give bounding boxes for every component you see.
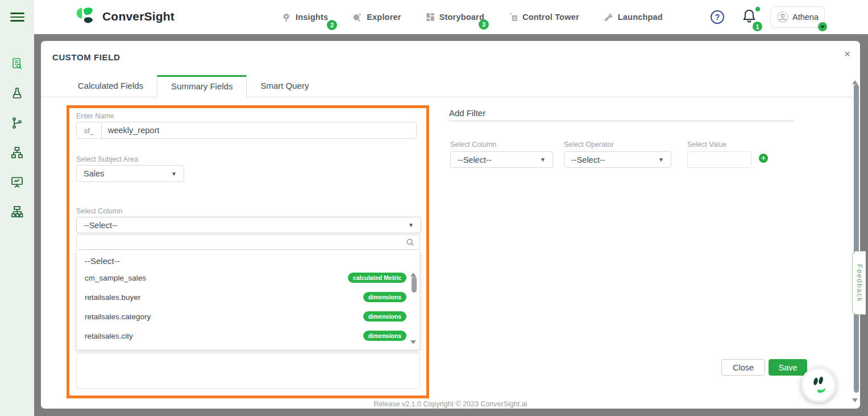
list-scroll-down-icon[interactable]: [410, 340, 416, 347]
option-retailsales-city[interactable]: retailsales.city dimensions: [77, 327, 420, 344]
modal-scrollbar-thumb[interactable]: [854, 84, 859, 393]
nav-label-insights: Insights: [296, 13, 328, 22]
modal-close-icon[interactable]: ×: [844, 48, 850, 60]
option-retailsales-category[interactable]: retailsales.category dimensions: [77, 308, 420, 325]
bell-icon: [742, 9, 756, 23]
save-button[interactable]: Save: [769, 359, 807, 376]
name-prefix: sf_: [77, 122, 102, 138]
feedback-tab[interactable]: Feedback: [852, 251, 866, 315]
primary-nav: Insights 2 Explorer Storyboard 3 Co: [281, 0, 687, 34]
filter-column-select[interactable]: --Select-- ▼: [450, 151, 553, 168]
branch-icon[interactable]: [0, 116, 34, 131]
subject-area-value: Sales: [84, 169, 104, 178]
sidebar-header: [0, 0, 34, 34]
add-filter-divider: [449, 121, 794, 121]
modal-scroll-up-icon[interactable]: [852, 77, 858, 84]
user-avatar-icon: [776, 11, 789, 23]
top-navbar: ConverSight Insights 2 Explorer Storybo: [0, 0, 868, 34]
column-search-input[interactable]: [77, 235, 406, 249]
notification-dot: [755, 7, 760, 11]
nav-item-control-tower[interactable]: Control Tower: [508, 12, 579, 22]
modal-tabs: Calculated Fields Summary Fields Smart Q…: [41, 75, 860, 97]
tab-smart-query[interactable]: Smart Query: [247, 75, 322, 97]
hierarchy-icon[interactable]: [0, 146, 34, 160]
chevron-down-icon: ▼: [658, 156, 664, 163]
chevron-down-icon: ▼: [540, 156, 546, 163]
conversight-logo-icon: [74, 5, 98, 28]
flask-icon[interactable]: [0, 87, 34, 101]
report-search-icon[interactable]: [0, 57, 34, 72]
org-chart-icon[interactable]: [0, 205, 34, 220]
dimensions-badge: dimensions: [363, 311, 406, 322]
close-button[interactable]: Close: [721, 359, 765, 376]
help-question-icon: ?: [715, 13, 720, 22]
add-filter-plus-icon[interactable]: +: [759, 154, 768, 163]
filter-operator-label: Select Operator: [564, 141, 614, 149]
filter-column-label: Select Column: [450, 141, 496, 149]
tab-calculated-fields[interactable]: Calculated Fields: [64, 75, 157, 97]
feedback-label: Feedback: [855, 264, 863, 302]
control-tower-icon: [508, 12, 518, 22]
storyboard-count-badge: 3: [479, 19, 489, 30]
option-cm-sample-sales[interactable]: cm_sample_sales calculated Metric: [77, 269, 420, 286]
filter-value-input[interactable]: [687, 151, 751, 168]
notifications-button[interactable]: 1: [742, 9, 759, 28]
nav-item-insights[interactable]: Insights 2: [281, 12, 328, 23]
column-select[interactable]: --Select-- ▼: [76, 217, 421, 233]
option-partial: [77, 347, 420, 350]
column-label: Select Column: [76, 207, 122, 215]
storyboard-grid-icon: [425, 12, 435, 22]
help-button[interactable]: ?: [711, 10, 724, 24]
option-select[interactable]: --Select--: [77, 252, 420, 269]
notification-count-badge: 1: [753, 22, 762, 31]
dimensions-badge: dimensions: [363, 292, 406, 302]
nav-label-launchpad: Launchpad: [618, 13, 663, 22]
column-search-box: [76, 234, 420, 250]
tab-summary-fields[interactable]: Summary Fields: [157, 75, 247, 97]
insights-bulb-icon: [281, 12, 292, 23]
summary-field-form-highlight: Enter Name sf_ Select Subject Area Sales…: [67, 105, 429, 398]
release-footer: Release v2.1.0 Copyright © 2023 ConverSi…: [41, 400, 860, 408]
calculated-metric-badge: calculated Metric: [348, 273, 406, 283]
conversight-mark-icon: [807, 373, 830, 396]
nav-item-storyboard[interactable]: Storyboard 3: [425, 12, 484, 22]
nav-label-storyboard: Storyboard: [439, 13, 484, 22]
brand-name: ConverSight: [102, 10, 175, 23]
nav-item-launchpad[interactable]: Launchpad: [603, 12, 663, 23]
search-icon: [406, 238, 415, 247]
assistant-chat-button[interactable]: [801, 367, 836, 402]
insights-count-badge: 2: [327, 20, 337, 30]
nav-label-explorer: Explorer: [367, 13, 401, 22]
user-menu-button[interactable]: Athena: [770, 6, 825, 28]
hamburger-menu-icon[interactable]: [10, 13, 24, 22]
column-options-list: --Select-- cm_sample_sales calculated Me…: [76, 250, 420, 350]
left-sidebar: [0, 34, 34, 416]
option-retailsales-buyer[interactable]: retailsales.buyer dimensions: [77, 289, 420, 306]
name-input[interactable]: [102, 122, 416, 138]
user-menu-caret-icon: [818, 22, 827, 31]
modal-scroll-down-icon[interactable]: [852, 398, 858, 405]
column-select-value: --Select--: [84, 221, 118, 230]
description-box[interactable]: [76, 353, 420, 389]
nav-label-control-tower: Control Tower: [522, 13, 579, 22]
dimensions-badge: dimensions: [363, 331, 406, 341]
nav-item-explorer[interactable]: Explorer: [352, 12, 401, 23]
filter-value-label: Select Value: [687, 141, 726, 149]
add-filter-title: Add Filter: [449, 108, 485, 118]
brand-logo[interactable]: ConverSight: [74, 5, 175, 28]
name-input-group: sf_: [76, 122, 417, 139]
subject-area-select[interactable]: Sales ▼: [76, 165, 184, 182]
chevron-down-icon: ▼: [171, 171, 177, 177]
custom-field-modal: CUSTOM FIELD × Calculated Fields Summary…: [41, 41, 860, 409]
explorer-search-icon: [352, 12, 363, 23]
list-scroll-up-icon[interactable]: [410, 270, 416, 277]
filter-operator-select[interactable]: --Select-- ▼: [564, 151, 671, 168]
launchpad-rocket-icon: [603, 12, 614, 23]
enter-name-label: Enter Name: [76, 112, 114, 120]
chevron-down-icon: ▼: [408, 222, 414, 228]
user-name: Athena: [792, 13, 819, 22]
subject-area-label: Select Subject Area: [76, 155, 138, 163]
list-scrollbar-thumb[interactable]: [412, 277, 417, 293]
presentation-chart-icon[interactable]: [0, 175, 34, 190]
modal-title: CUSTOM FIELD: [52, 52, 120, 62]
